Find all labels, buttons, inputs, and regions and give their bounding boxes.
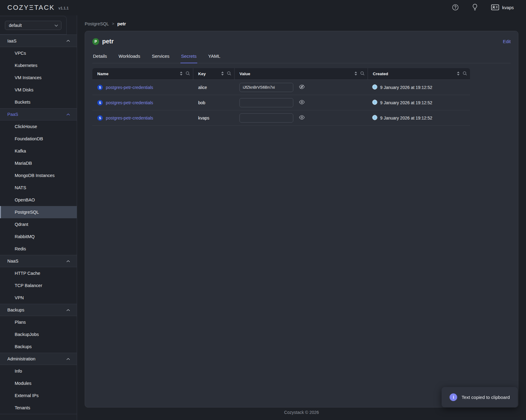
sidebar-item-tcp-balancer[interactable]: TCP Balancer bbox=[0, 279, 77, 292]
secret-icon-letter: S bbox=[99, 116, 101, 120]
edit-button[interactable]: Edit bbox=[503, 39, 511, 44]
sidebar-item-vpcs[interactable]: VPCs bbox=[0, 47, 77, 59]
secret-key: kvaps bbox=[198, 116, 209, 120]
help-button[interactable] bbox=[452, 4, 459, 12]
column-label: Key bbox=[198, 72, 206, 76]
sidebar-section-naas[interactable]: NaaS bbox=[0, 255, 77, 267]
tab-details[interactable]: Details bbox=[92, 53, 108, 63]
secrets-table: Name Key Value bbox=[92, 68, 470, 126]
sort-icon[interactable] bbox=[354, 71, 357, 77]
sort-icon[interactable] bbox=[221, 71, 224, 77]
toast-notification: i Text copied to clipboard bbox=[442, 387, 518, 407]
sidebar-item-http-cache[interactable]: HTTP Cache bbox=[0, 267, 77, 279]
sidebar-item-buckets[interactable]: Buckets bbox=[0, 96, 77, 108]
eye-off-icon bbox=[299, 84, 305, 91]
tenant-select-value: default bbox=[9, 23, 22, 28]
created-timestamp: 9 January 2026 at 19:12:52 bbox=[380, 100, 432, 105]
sidebar-item-rabbitmq[interactable]: RabbitMQ bbox=[0, 230, 77, 243]
app-version: v1.1.1 bbox=[58, 6, 69, 10]
topbar: COZYΞTACK v1.1.1 bbox=[0, 0, 526, 15]
sidebar-items-backups: Plans BackupJobs Backups bbox=[0, 316, 77, 353]
tab-secrets[interactable]: Secrets bbox=[180, 53, 197, 63]
secret-link[interactable]: postgres-petr-credentials bbox=[106, 116, 153, 120]
page-title: petr bbox=[102, 38, 114, 45]
sort-icon[interactable] bbox=[180, 71, 183, 77]
card-header: P petr Edit bbox=[92, 38, 511, 45]
secret-link[interactable]: postgres-petr-credentials bbox=[106, 100, 153, 105]
sidebar-item-vpn[interactable]: VPN bbox=[0, 292, 77, 304]
tab-workloads[interactable]: Workloads bbox=[118, 53, 141, 63]
sidebar-section-paas[interactable]: PaaS bbox=[0, 108, 77, 120]
sidebar-item-qdrant[interactable]: Qdrant bbox=[0, 218, 77, 230]
sidebar-section-iaas[interactable]: IaaS bbox=[0, 35, 77, 47]
globe-icon bbox=[372, 115, 377, 121]
show-value-button[interactable] bbox=[299, 99, 305, 106]
sidebar-item-clickhouse[interactable]: ClickHouse bbox=[0, 120, 77, 133]
secret-link[interactable]: postgres-petr-credentials bbox=[106, 85, 153, 90]
sidebar-items-paas: ClickHouse FoundationDB Kafka MariaDB Mo… bbox=[0, 120, 77, 255]
search-icon[interactable] bbox=[186, 71, 190, 77]
secret-icon: S bbox=[97, 85, 103, 90]
tenant-select-panel: default bbox=[0, 16, 67, 35]
toast-message: Text copied to clipboard bbox=[461, 395, 510, 400]
sidebar-item-mongodb-instances[interactable]: MongoDB Instances bbox=[0, 169, 77, 182]
user-menu[interactable]: kvaps bbox=[491, 4, 514, 11]
sidebar-item-foundationdb[interactable]: FoundationDB bbox=[0, 133, 77, 145]
table-row: S postgres-petr-credentials bob bbox=[92, 95, 470, 110]
sidebar-item-external-ips[interactable]: External IPs bbox=[0, 389, 77, 402]
column-header-key[interactable]: Key bbox=[193, 68, 235, 79]
sidebar-item-modules[interactable]: Modules bbox=[0, 377, 77, 389]
secret-icon: S bbox=[97, 100, 103, 105]
sidebar-item-backupjobs[interactable]: BackupJobs bbox=[0, 328, 77, 341]
column-label: Value bbox=[239, 72, 250, 76]
sidebar-item-postgresql[interactable]: PostgreSQL bbox=[0, 206, 77, 218]
resource-avatar: P bbox=[92, 38, 99, 45]
sidebar-items-administration: Info Modules External IPs Tenants bbox=[0, 365, 77, 414]
column-header-value[interactable]: Value bbox=[235, 68, 368, 79]
hide-value-button[interactable] bbox=[299, 84, 305, 91]
tab-services[interactable]: Services bbox=[151, 53, 170, 63]
breadcrumb-postgresql-link[interactable]: PostgreSQL bbox=[85, 21, 109, 26]
secret-value-input[interactable] bbox=[239, 98, 293, 107]
id-card-icon bbox=[491, 4, 499, 11]
sidebar-item-backups[interactable]: Backups bbox=[0, 341, 77, 353]
sidebar-nav: IaaS VPCs Kubernetes VM Instances VM Dis… bbox=[0, 35, 77, 414]
search-icon[interactable] bbox=[227, 71, 231, 77]
sidebar-item-plans[interactable]: Plans bbox=[0, 316, 77, 328]
tenant-select[interactable]: default bbox=[5, 21, 61, 30]
chevron-down-icon bbox=[54, 23, 58, 28]
sidebar-item-mariadb[interactable]: MariaDB bbox=[0, 157, 77, 169]
sidebar-item-info[interactable]: Info bbox=[0, 365, 77, 377]
column-header-created[interactable]: Created bbox=[368, 68, 470, 79]
topbar-actions: kvaps bbox=[452, 4, 514, 12]
info-icon: i bbox=[450, 393, 457, 401]
breadcrumb: PostgreSQL > petr bbox=[85, 15, 518, 31]
eye-icon bbox=[299, 114, 305, 121]
search-icon[interactable] bbox=[463, 71, 467, 77]
breadcrumb-separator: > bbox=[112, 21, 114, 26]
sidebar-section-administration[interactable]: Administration bbox=[0, 353, 77, 365]
sidebar-item-kafka[interactable]: Kafka bbox=[0, 145, 77, 157]
sidebar-item-vm-disks[interactable]: VM Disks bbox=[0, 84, 77, 96]
sidebar-item-nats[interactable]: NATS bbox=[0, 182, 77, 194]
sidebar-item-redis[interactable]: Redis bbox=[0, 243, 77, 255]
sidebar-item-kubernetes[interactable]: Kubernetes bbox=[0, 59, 77, 72]
sidebar-item-tenants[interactable]: Tenants bbox=[0, 402, 77, 414]
sidebar-section-label: NaaS bbox=[7, 259, 18, 263]
column-label: Name bbox=[97, 72, 109, 76]
sidebar-item-vm-instances[interactable]: VM Instances bbox=[0, 72, 77, 84]
secret-key: alice bbox=[198, 85, 207, 90]
theme-toggle-button[interactable] bbox=[472, 4, 478, 12]
circle-question-icon bbox=[452, 4, 459, 12]
column-header-name[interactable]: Name bbox=[92, 68, 193, 79]
show-value-button[interactable] bbox=[299, 114, 305, 121]
globe-icon bbox=[372, 100, 377, 106]
avatar-letter: P bbox=[94, 39, 97, 44]
sort-icon[interactable] bbox=[457, 71, 460, 77]
tab-yaml[interactable]: YAML bbox=[208, 53, 221, 63]
sidebar-section-backups[interactable]: Backups bbox=[0, 304, 77, 316]
search-icon[interactable] bbox=[360, 71, 365, 77]
secret-value-input[interactable] bbox=[239, 113, 293, 123]
secret-value-input[interactable] bbox=[239, 83, 293, 92]
sidebar-item-openbao[interactable]: OpenBAO bbox=[0, 194, 77, 206]
